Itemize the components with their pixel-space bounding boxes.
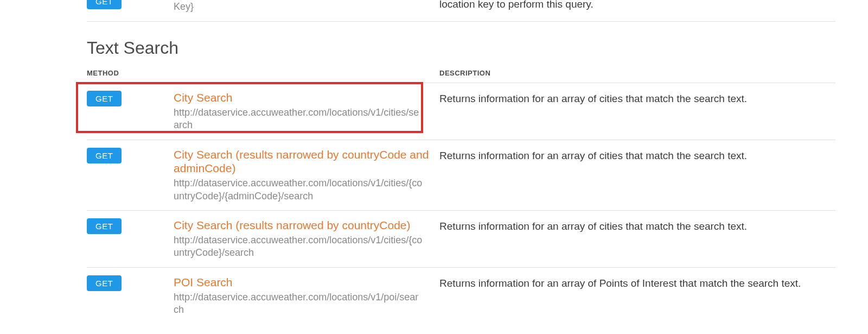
header-description: DESCRIPTION	[439, 69, 835, 77]
endpoint-title[interactable]: City Search	[174, 91, 439, 104]
endpoint-description: Returns information about a specific loc…	[439, 0, 835, 11]
api-row-city-search: GET City Search http://dataservice.accuw…	[87, 83, 835, 140]
endpoint-url: http://dataservice.accuweather.com/locat…	[174, 234, 439, 260]
endpoint-url: http://dataservice.accuweather.com/locat…	[174, 0, 439, 14]
api-row: GET Search by locationKey http://dataser…	[87, 0, 835, 22]
method-badge-get: GET	[87, 0, 122, 9]
header-method: METHOD	[87, 69, 174, 77]
table-header-row: METHOD DESCRIPTION	[87, 69, 835, 83]
endpoint-description: Returns information for an array of Poin…	[439, 275, 835, 291]
endpoint-url: http://dataservice.accuweather.com/locat…	[174, 106, 439, 132]
method-badge-get: GET	[87, 275, 122, 291]
api-row: GET POI Search http://dataservice.accuwe…	[87, 268, 835, 324]
method-badge-get: GET	[87, 218, 122, 234]
endpoint-description: Returns information for an array of citi…	[439, 91, 835, 106]
api-row: GET City Search (results narrowed by cou…	[87, 140, 835, 211]
method-badge-get: GET	[87, 148, 122, 163]
endpoint-description: Returns information for an array of citi…	[439, 148, 835, 163]
endpoint-description: Returns information for an array of citi…	[439, 218, 835, 234]
method-badge-get: GET	[87, 91, 122, 106]
endpoint-url: http://dataservice.accuweather.com/locat…	[174, 291, 439, 317]
endpoint-title[interactable]: City Search (results narrowed by country…	[174, 218, 439, 232]
api-row: GET City Search (results narrowed by cou…	[87, 211, 835, 268]
endpoint-title[interactable]: POI Search	[174, 275, 439, 289]
endpoint-title[interactable]: City Search (results narrowed by country…	[174, 148, 439, 175]
section-heading-text-search: Text Search	[87, 38, 835, 58]
endpoint-url: http://dataservice.accuweather.com/locat…	[174, 177, 439, 203]
